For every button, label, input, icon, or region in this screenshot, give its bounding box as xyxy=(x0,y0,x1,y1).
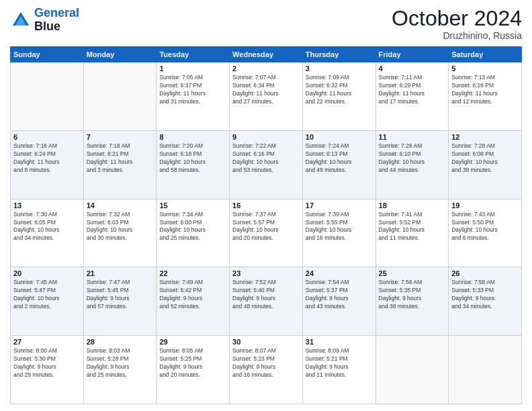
day-info: Sunrise: 7:24 AM Sunset: 6:13 PM Dayligh… xyxy=(306,142,373,175)
day-cell xyxy=(449,336,522,404)
day-info: Sunrise: 7:13 AM Sunset: 6:26 PM Dayligh… xyxy=(451,74,519,106)
location: Druzhinino, Russia xyxy=(392,30,522,41)
day-cell: 2Sunrise: 7:07 AM Sunset: 6:34 PM Daylig… xyxy=(230,62,303,131)
day-cell: 13Sunrise: 7:30 AM Sunset: 6:05 PM Dayli… xyxy=(11,199,84,267)
day-info: Sunrise: 7:41 AM Sunset: 5:52 PM Dayligh… xyxy=(379,211,446,243)
day-info: Sunrise: 7:54 AM Sunset: 5:37 PM Dayligh… xyxy=(306,279,373,311)
day-cell: 23Sunrise: 7:52 AM Sunset: 5:40 PM Dayli… xyxy=(230,267,303,336)
calendar: Sunday Monday Tuesday Wednesday Thursday… xyxy=(10,46,522,404)
logo-icon xyxy=(10,9,32,31)
day-cell: 9Sunrise: 7:22 AM Sunset: 6:16 PM Daylig… xyxy=(230,130,303,199)
day-number: 13 xyxy=(13,201,81,210)
day-number: 28 xyxy=(87,338,154,346)
day-number: 24 xyxy=(306,269,373,277)
day-info: Sunrise: 7:16 AM Sunset: 6:24 PM Dayligh… xyxy=(13,142,81,175)
day-number: 14 xyxy=(87,201,154,210)
day-number: 10 xyxy=(306,133,373,141)
day-cell: 29Sunrise: 8:05 AM Sunset: 5:25 PM Dayli… xyxy=(157,336,230,404)
week-row-4: 20Sunrise: 7:45 AM Sunset: 5:47 PM Dayli… xyxy=(11,267,522,336)
col-tuesday: Tuesday xyxy=(157,47,230,62)
day-number: 17 xyxy=(306,201,373,210)
day-number: 23 xyxy=(232,269,300,277)
week-row-2: 6Sunrise: 7:16 AM Sunset: 6:24 PM Daylig… xyxy=(11,130,522,199)
day-number: 18 xyxy=(379,201,446,210)
day-info: Sunrise: 7:45 AM Sunset: 5:47 PM Dayligh… xyxy=(13,279,81,311)
day-info: Sunrise: 7:26 AM Sunset: 6:10 PM Dayligh… xyxy=(379,142,446,175)
day-cell xyxy=(11,62,84,131)
title-section: October 2024 Druzhinino, Russia xyxy=(392,7,522,41)
day-number: 16 xyxy=(232,201,300,210)
day-number: 1 xyxy=(159,64,226,73)
day-info: Sunrise: 8:05 AM Sunset: 5:25 PM Dayligh… xyxy=(159,347,226,379)
day-info: Sunrise: 7:34 AM Sunset: 6:00 PM Dayligh… xyxy=(159,211,226,243)
day-info: Sunrise: 7:11 AM Sunset: 6:29 PM Dayligh… xyxy=(379,74,446,106)
day-number: 15 xyxy=(159,201,226,210)
day-cell: 3Sunrise: 7:09 AM Sunset: 6:32 PM Daylig… xyxy=(302,62,375,131)
logo: General Blue xyxy=(10,7,79,34)
day-cell: 28Sunrise: 8:03 AM Sunset: 5:28 PM Dayli… xyxy=(83,336,157,404)
day-number: 27 xyxy=(13,338,81,346)
day-number: 31 xyxy=(306,338,373,346)
header-row: Sunday Monday Tuesday Wednesday Thursday… xyxy=(11,47,522,62)
day-info: Sunrise: 7:05 AM Sunset: 6:37 PM Dayligh… xyxy=(159,74,226,106)
day-cell: 7Sunrise: 7:18 AM Sunset: 6:21 PM Daylig… xyxy=(83,130,157,199)
day-number: 9 xyxy=(232,133,300,141)
day-number: 30 xyxy=(232,338,300,346)
day-number: 12 xyxy=(451,133,519,141)
day-info: Sunrise: 7:49 AM Sunset: 5:42 PM Dayligh… xyxy=(159,279,226,311)
day-number: 6 xyxy=(13,133,81,141)
day-cell: 15Sunrise: 7:34 AM Sunset: 6:00 PM Dayli… xyxy=(157,199,230,267)
day-cell: 25Sunrise: 7:56 AM Sunset: 5:35 PM Dayli… xyxy=(375,267,449,336)
day-cell: 10Sunrise: 7:24 AM Sunset: 6:13 PM Dayli… xyxy=(302,130,375,199)
day-cell xyxy=(83,62,157,131)
day-cell: 16Sunrise: 7:37 AM Sunset: 5:57 PM Dayli… xyxy=(230,199,303,267)
day-info: Sunrise: 7:32 AM Sunset: 6:03 PM Dayligh… xyxy=(87,211,154,243)
col-friday: Friday xyxy=(375,47,449,62)
day-cell: 17Sunrise: 7:39 AM Sunset: 5:55 PM Dayli… xyxy=(302,199,375,267)
day-number: 5 xyxy=(451,64,519,73)
day-cell: 27Sunrise: 8:00 AM Sunset: 5:30 PM Dayli… xyxy=(11,336,84,404)
day-number: 20 xyxy=(13,269,81,277)
day-number: 22 xyxy=(159,269,226,277)
day-cell: 20Sunrise: 7:45 AM Sunset: 5:47 PM Dayli… xyxy=(11,267,84,336)
day-cell: 31Sunrise: 8:09 AM Sunset: 5:21 PM Dayli… xyxy=(302,336,375,404)
col-sunday: Sunday xyxy=(11,47,84,62)
day-info: Sunrise: 8:07 AM Sunset: 5:23 PM Dayligh… xyxy=(232,347,300,379)
day-cell: 12Sunrise: 7:28 AM Sunset: 6:08 PM Dayli… xyxy=(449,130,522,199)
week-row-1: 1Sunrise: 7:05 AM Sunset: 6:37 PM Daylig… xyxy=(11,62,522,131)
day-info: Sunrise: 7:18 AM Sunset: 6:21 PM Dayligh… xyxy=(87,142,154,175)
day-cell: 22Sunrise: 7:49 AM Sunset: 5:42 PM Dayli… xyxy=(157,267,230,336)
day-info: Sunrise: 7:52 AM Sunset: 5:40 PM Dayligh… xyxy=(232,279,300,311)
day-number: 21 xyxy=(87,269,154,277)
col-wednesday: Wednesday xyxy=(230,47,303,62)
day-number: 7 xyxy=(87,133,154,141)
day-info: Sunrise: 7:43 AM Sunset: 5:50 PM Dayligh… xyxy=(451,211,519,243)
day-info: Sunrise: 7:20 AM Sunset: 6:18 PM Dayligh… xyxy=(159,142,226,175)
day-cell: 6Sunrise: 7:16 AM Sunset: 6:24 PM Daylig… xyxy=(11,130,84,199)
day-info: Sunrise: 7:07 AM Sunset: 6:34 PM Dayligh… xyxy=(232,74,300,106)
day-info: Sunrise: 7:22 AM Sunset: 6:16 PM Dayligh… xyxy=(232,142,300,175)
day-cell xyxy=(375,336,449,404)
day-number: 11 xyxy=(379,133,446,141)
day-info: Sunrise: 8:03 AM Sunset: 5:28 PM Dayligh… xyxy=(87,347,154,379)
day-cell: 21Sunrise: 7:47 AM Sunset: 5:45 PM Dayli… xyxy=(83,267,157,336)
day-cell: 14Sunrise: 7:32 AM Sunset: 6:03 PM Dayli… xyxy=(83,199,157,267)
day-number: 4 xyxy=(379,64,446,73)
col-thursday: Thursday xyxy=(302,47,375,62)
day-cell: 30Sunrise: 8:07 AM Sunset: 5:23 PM Dayli… xyxy=(230,336,303,404)
day-cell: 11Sunrise: 7:26 AM Sunset: 6:10 PM Dayli… xyxy=(375,130,449,199)
day-cell: 4Sunrise: 7:11 AM Sunset: 6:29 PM Daylig… xyxy=(375,62,449,131)
month-title: October 2024 xyxy=(392,7,522,30)
day-info: Sunrise: 7:30 AM Sunset: 6:05 PM Dayligh… xyxy=(13,211,81,243)
day-info: Sunrise: 7:37 AM Sunset: 5:57 PM Dayligh… xyxy=(232,211,300,243)
day-cell: 1Sunrise: 7:05 AM Sunset: 6:37 PM Daylig… xyxy=(157,62,230,131)
col-saturday: Saturday xyxy=(449,47,522,62)
day-info: Sunrise: 7:47 AM Sunset: 5:45 PM Dayligh… xyxy=(87,279,154,311)
header: General Blue October 2024 Druzhinino, Ru… xyxy=(10,7,522,41)
day-number: 8 xyxy=(159,133,226,141)
day-number: 2 xyxy=(232,64,300,73)
day-info: Sunrise: 8:00 AM Sunset: 5:30 PM Dayligh… xyxy=(13,347,81,379)
day-cell: 19Sunrise: 7:43 AM Sunset: 5:50 PM Dayli… xyxy=(449,199,522,267)
week-row-5: 27Sunrise: 8:00 AM Sunset: 5:30 PM Dayli… xyxy=(11,336,522,404)
day-number: 3 xyxy=(306,64,373,73)
